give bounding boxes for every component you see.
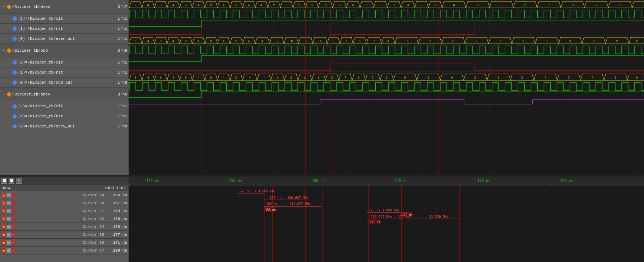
expand-icon-odd[interactable]: - <box>1 48 6 53</box>
svg-text:4: 4 <box>198 39 199 43</box>
cursor-list-row[interactable]: 🔒 ✏ − Cursor 31 163 ns <box>0 207 129 215</box>
waveform-area[interactable]: 0 4 0 4 0 4 0 4 0 4 4 <box>129 0 644 175</box>
cursor-icons: 🔒 ✏ − <box>1 217 16 221</box>
svg-text:4: 4 <box>147 76 149 80</box>
signal-group-odev[interactable]: - /Divider_tb/odev 3'h6 <box>0 88 129 101</box>
toolbar-file-icon2[interactable]: 📄 <box>9 178 14 184</box>
cursor-icons: 🔒 ✏ − <box>1 201 16 205</box>
cursor-list-row[interactable]: 🔒 ✏ − Cursor 34 170 ns <box>0 223 129 231</box>
svg-text:2: 2 <box>474 76 476 80</box>
svg-text:2: 2 <box>616 39 618 43</box>
svg-text:3: 3 <box>352 4 354 7</box>
pencil-icon: ✏ <box>6 248 11 253</box>
child-icon <box>12 16 17 21</box>
svg-text:2: 2 <box>427 76 429 80</box>
svg-text:4: 4 <box>260 4 262 7</box>
svg-text:170 ns  1.000 GHz: 170 ns 1.000 GHz <box>369 209 400 212</box>
svg-text:4: 4 <box>172 39 174 43</box>
pencil-icon: ✏ <box>6 193 11 197</box>
expand-icon-odev[interactable]: - <box>1 92 6 97</box>
bottom-timeline[interactable]: 140 ns 150 ns 160 ns 170 ns 180 ns 190 n… <box>129 177 644 262</box>
signal-panel: - /Divider_tb/even 3'h7 (2)=/Divider_tb/… <box>0 0 129 175</box>
spacer1 <box>7 16 12 21</box>
pencil-icon: ✏ <box>6 217 11 221</box>
svg-text:0: 0 <box>185 76 187 80</box>
svg-text:0: 0 <box>210 4 212 7</box>
svg-text:4: 4 <box>264 76 265 80</box>
svg-text:7: 7 <box>339 4 341 7</box>
spacer3 <box>7 36 12 41</box>
svg-text:2: 2 <box>277 76 278 80</box>
svg-text:6: 6 <box>291 39 293 43</box>
svg-text:2: 2 <box>476 39 477 43</box>
child-icon6 <box>12 80 17 85</box>
spacer5 <box>7 70 12 75</box>
svg-text:6: 6 <box>318 76 319 80</box>
cursor-icons: 🔒 ✏ − <box>1 233 16 237</box>
cursor-time: 156 ns <box>106 217 127 221</box>
cursor-label: Cursor 35 <box>17 233 104 237</box>
cursor-list-row[interactable]: 🔒 ✏ − Cursor 32 156 ns <box>0 215 129 223</box>
lock-icon: 🔒 <box>1 193 6 197</box>
toolbar-plus-icon[interactable]: + <box>16 178 22 184</box>
expand-icon-even[interactable]: - <box>1 4 6 9</box>
cursor-list-row[interactable]: 🔒 ✏ − Cursor 29 156 ns <box>0 191 129 199</box>
signal-name-clk-even: (2)=/Divider_tb/clk <box>18 17 116 21</box>
signal-group-odd[interactable]: - /Divider_tb/odd 3'h6 <box>0 44 129 57</box>
svg-text:3: 3 <box>572 4 574 7</box>
svg-text:3: 3 <box>615 76 616 80</box>
signal-group-name-odev: /Divider_tb/odev <box>12 92 116 97</box>
cursor-time: 177 ns <box>106 233 127 237</box>
signal-name-odd-out: (0)=/Divider_tb/odd_out <box>18 80 116 85</box>
lock-icon: 🔒 <box>1 217 6 221</box>
svg-text:7: 7 <box>366 4 368 7</box>
cursor-icons: 🔒 ✏ − <box>1 225 16 229</box>
child-icon4 <box>12 60 17 65</box>
now-label: Now <box>3 186 10 190</box>
toolbar-file-icon1[interactable]: 📄 <box>1 178 7 184</box>
svg-text:7: 7 <box>546 39 548 43</box>
svg-text:0: 0 <box>185 4 187 7</box>
svg-text:4: 4 <box>223 39 224 43</box>
child-icon5 <box>12 70 17 75</box>
pencil-icon: ✏ <box>6 225 11 229</box>
signal-group-even[interactable]: - /Divider_tb/even 3'h7 <box>0 0 129 14</box>
svg-text:0: 0 <box>235 76 237 80</box>
cursor-time: 209 ns <box>106 248 127 253</box>
svg-text:6: 6 <box>407 39 408 43</box>
svg-text:2: 2 <box>273 4 275 7</box>
minus-icon: − <box>11 225 16 229</box>
cursor-icons: 🔒 ✏ − <box>1 193 16 197</box>
svg-text:2: 2 <box>325 4 327 7</box>
cursor-list-row[interactable]: 🔒 ✏ − Cursor 35 177 ns <box>0 231 129 239</box>
svg-text:6: 6 <box>320 39 321 43</box>
svg-text:2: 2 <box>332 39 334 43</box>
svg-text:7: 7 <box>499 39 501 43</box>
svg-text:7: 7 <box>344 76 346 80</box>
svg-text:190 ns: 190 ns <box>560 179 573 183</box>
svg-text:6: 6 <box>636 39 638 43</box>
svg-text:4: 4 <box>223 4 224 7</box>
svg-text:4: 4 <box>223 76 224 80</box>
cursor-list-row[interactable]: 🔒 ✏ − Cursor 36 171 ns <box>0 239 129 247</box>
minus-icon: − <box>11 233 16 237</box>
cursor-list-row[interactable]: 🔒 ✏ − Cursor 37 209 ns <box>0 247 129 254</box>
svg-text:2: 2 <box>298 4 300 7</box>
svg-text:7: 7 <box>545 76 546 80</box>
svg-text:3: 3 <box>331 76 333 80</box>
svg-text:6: 6 <box>452 39 454 43</box>
cursor-list-panel: 📄 📄 + Now 1000.1 ns 🔒 ✏ − Cursor 29 156 … <box>0 177 129 262</box>
signal-name-rst-odev: (1)=/Divider_tb/rst <box>18 114 116 118</box>
cursor-icons: 🔒 ✏ − <box>1 240 16 245</box>
svg-text:3: 3 <box>380 4 381 7</box>
group-icon-odev <box>6 92 11 97</box>
svg-rect-109 <box>129 177 644 262</box>
cursor-now-row: Now 1000.1 ns <box>0 185 129 191</box>
svg-text:2: 2 <box>434 4 436 7</box>
signal-even-out: (0)=/Divider_tb/even_out 1'h1 <box>0 34 129 44</box>
svg-text:171 ns: 171 ns <box>370 221 380 224</box>
svg-text:2: 2 <box>429 39 431 43</box>
spacer7 <box>7 104 12 109</box>
svg-rect-0 <box>129 0 644 175</box>
cursor-list-row[interactable]: 🔒 ✏ − Cursor 30 157 ns <box>0 199 129 207</box>
